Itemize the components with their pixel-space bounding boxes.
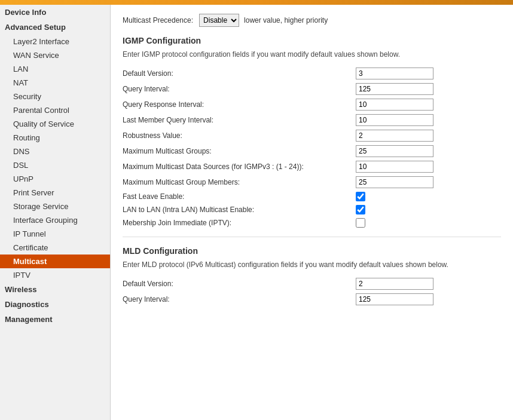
sidebar-item-upnp[interactable]: UPnP: [0, 172, 110, 186]
lan-to-lan-enable-row: LAN to LAN (Intra LAN) Multicast Enable:: [123, 205, 501, 214]
last-member-query-interval-row: Last Member Query Interval:: [123, 114, 501, 126]
sidebar-item-quality-of-service[interactable]: Quality of Service: [0, 117, 110, 131]
mld-title: MLD Configuration: [123, 246, 501, 256]
fast-leave-enable-checkbox[interactable]: [356, 192, 365, 201]
robustness-value-row: Robustness Value:: [123, 130, 501, 142]
sidebar-item-management[interactable]: Management: [0, 312, 110, 327]
main-content: Multicast Precedence: DisableEnable lowe…: [111, 5, 513, 420]
query-interval-input[interactable]: [356, 83, 433, 95]
membership-join-immediate-label: Mebership Join Immediate (IPTV):: [123, 219, 356, 227]
multicast-precedence-row: Multicast Precedence: DisableEnable lowe…: [123, 11, 501, 27]
max-multicast-groups-input[interactable]: [356, 145, 433, 157]
mld-fields-container: Default Version:Query Interval:: [123, 278, 501, 305]
query-interval-row: Query Interval:: [123, 83, 501, 95]
membership-join-immediate-row: Mebership Join Immediate (IPTV):: [123, 218, 501, 228]
default-version-row: Default Version:: [123, 68, 501, 79]
sidebar-item-interface-grouping[interactable]: Interface Grouping: [0, 213, 110, 227]
mld-default-version-label: Default Version:: [123, 280, 356, 288]
sidebar-item-layer2-interface[interactable]: Layer2 Interface: [0, 35, 110, 48]
sidebar-item-device-info[interactable]: Device Info: [0, 5, 110, 20]
sidebar-item-print-server[interactable]: Print Server: [0, 186, 110, 200]
max-multicast-group-members-input[interactable]: [356, 176, 433, 188]
last-member-query-interval-label: Last Member Query Interval:: [123, 116, 356, 124]
sidebar-item-routing[interactable]: Routing: [0, 131, 110, 145]
lan-to-lan-enable-checkbox[interactable]: [356, 205, 365, 214]
sidebar-item-dsl[interactable]: DSL: [0, 158, 110, 172]
sidebar-item-dns[interactable]: DNS: [0, 145, 110, 158]
sidebar-item-parental-control[interactable]: Parental Control: [0, 103, 110, 117]
sidebar: Device InfoAdvanced SetupLayer2 Interfac…: [0, 5, 111, 420]
sidebar-item-diagnostics[interactable]: Diagnostics: [0, 297, 110, 312]
mld-query-interval-label: Query Interval:: [123, 295, 356, 303]
max-multicast-data-sources-label: Maximum Multicast Data Sources (for IGMP…: [123, 163, 356, 171]
igmp-title: IGMP Configuration: [123, 36, 501, 45]
fast-leave-enable-row: Fast Leave Enable:: [123, 192, 501, 201]
divider: [123, 237, 501, 237]
sidebar-item-storage-service[interactable]: Storage Service: [0, 200, 110, 213]
last-member-query-interval-input[interactable]: [356, 114, 433, 126]
default-version-input[interactable]: [356, 68, 433, 79]
sidebar-item-nat[interactable]: NAT: [0, 76, 110, 90]
mld-query-interval-input[interactable]: [356, 293, 433, 305]
multicast-precedence-select[interactable]: DisableEnable: [199, 14, 239, 27]
mld-description: Enter MLD protocol (IPv6 Multicast) conf…: [123, 260, 501, 269]
sidebar-item-ip-tunnel[interactable]: IP Tunnel: [0, 227, 110, 241]
sidebar-item-multicast[interactable]: Multicast: [0, 255, 110, 268]
query-interval-label: Query Interval:: [123, 85, 356, 93]
membership-join-immediate-checkbox[interactable]: [356, 218, 365, 228]
multicast-precedence-hint: lower value, higher priority: [244, 16, 328, 24]
igmp-fields-container: Default Version:Query Interval:Query Res…: [123, 68, 501, 228]
sidebar-item-lan[interactable]: LAN: [0, 62, 110, 76]
top-bar: [0, 0, 513, 5]
multicast-precedence-label: Multicast Precedence:: [123, 16, 193, 24]
fast-leave-enable-label: Fast Leave Enable:: [123, 192, 356, 201]
igmp-description: Enter IGMP protocol configuration fields…: [123, 50, 501, 59]
mld-query-interval-row: Query Interval:: [123, 293, 501, 305]
sidebar-item-certificate[interactable]: Certificate: [0, 241, 110, 255]
query-response-interval-row: Query Response Interval:: [123, 99, 501, 111]
max-multicast-groups-row: Maximum Multicast Groups:: [123, 145, 501, 157]
sidebar-item-security[interactable]: Security: [0, 90, 110, 103]
max-multicast-groups-label: Maximum Multicast Groups:: [123, 147, 356, 155]
mld-default-version-row: Default Version:: [123, 278, 501, 290]
robustness-value-label: Robustness Value:: [123, 131, 356, 140]
default-version-label: Default Version:: [123, 69, 356, 78]
lan-to-lan-enable-label: LAN to LAN (Intra LAN) Multicast Enable:: [123, 206, 356, 214]
robustness-value-input[interactable]: [356, 130, 433, 142]
max-multicast-group-members-label: Maximum Multicast Group Members:: [123, 178, 356, 186]
query-response-interval-input[interactable]: [356, 99, 433, 111]
sidebar-item-wan-service[interactable]: WAN Service: [0, 48, 110, 62]
mld-default-version-input[interactable]: [356, 278, 433, 290]
sidebar-item-wireless[interactable]: Wireless: [0, 282, 110, 297]
max-multicast-data-sources-row: Maximum Multicast Data Sources (for IGMP…: [123, 161, 501, 173]
sidebar-item-advanced-setup[interactable]: Advanced Setup: [0, 20, 110, 35]
sidebar-item-iptv[interactable]: IPTV: [0, 268, 110, 282]
max-multicast-data-sources-input[interactable]: [356, 161, 433, 173]
query-response-interval-label: Query Response Interval:: [123, 100, 356, 109]
max-multicast-group-members-row: Maximum Multicast Group Members:: [123, 176, 501, 188]
